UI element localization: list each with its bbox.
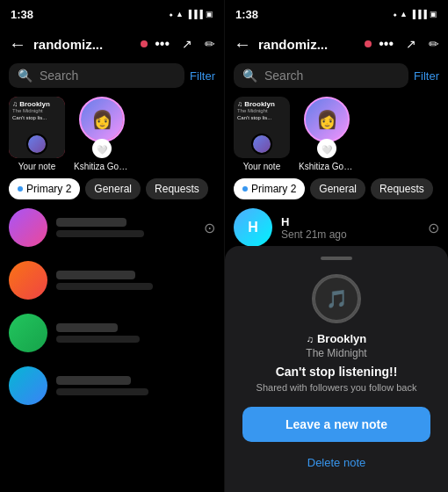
msg-name-1-left: [56, 218, 126, 227]
story-kshitiza-left[interactable]: 👩 🤍 Kshitiza Gosain: [74, 97, 130, 171]
music-icon-right: ♫ Brooklyn: [237, 100, 286, 108]
msg-content-4-left: [56, 376, 215, 395]
tab-primary-label-right: Primary 2: [251, 183, 296, 195]
note-avatar-right: [251, 134, 272, 155]
tabs-row-right: Primary 2 General Requests: [225, 178, 448, 199]
tab-general-left[interactable]: General: [85, 178, 141, 199]
note-card-left[interactable]: ♫ Brooklyn The Midnight Can't stop lis..…: [9, 97, 65, 158]
online-dot-right: [365, 40, 372, 47]
sheet-artist: The Midnight: [242, 347, 430, 359]
tab-primary-label-left: Primary 2: [26, 183, 71, 195]
camera-icon-h-right[interactable]: ⊙: [428, 220, 439, 236]
tab-requests-right[interactable]: Requests: [371, 178, 433, 199]
sheet-music-icon: ♫: [307, 334, 314, 344]
msg-name-4-left: [56, 376, 131, 385]
story-your-note-right[interactable]: ♫ Brooklyn The Midnight Can't stop lis..…: [234, 97, 290, 171]
right-panel: 1:38 ⬥ ▲ ▐▐▐ ▣ ← randomiz... ••• ↗ ✏ 🔍 S…: [224, 0, 448, 492]
msg-content-2-left: [56, 271, 215, 290]
msg-item-3-left[interactable]: [0, 307, 224, 359]
msg-preview-3-left: [56, 336, 140, 343]
chart-icon-right[interactable]: ↗: [406, 37, 416, 51]
story-label-kshitiza-left: Kshitiza Gosain: [74, 162, 130, 171]
artist-left: The Midnight: [12, 108, 61, 113]
bluetooth-icon: ⬥: [169, 10, 173, 18]
header-right: ← randomiz... ••• ↗ ✏: [225, 25, 448, 63]
note-caption-right: Can't stop lis...: [237, 115, 286, 120]
kshitiza-avatar-right: 👩: [304, 97, 350, 142]
kshitiza-img-right: 👩: [306, 98, 348, 141]
artist-right: The Midnight: [237, 108, 286, 113]
header-icons-right: ••• ↗ ✏: [379, 36, 439, 52]
filter-button-right[interactable]: Filter: [414, 69, 439, 83]
chart-icon-left[interactable]: ↗: [182, 37, 192, 51]
tab-dot-left: [18, 186, 23, 192]
search-text-left: Search: [40, 69, 176, 83]
title-right: randomiz...: [258, 37, 361, 52]
leave-note-button[interactable]: Leave a new note: [242, 407, 430, 442]
story-label-your-note-left: Your note: [18, 162, 55, 171]
sheet-note-text: Can't stop listening!!: [242, 365, 430, 379]
filter-button-left[interactable]: Filter: [190, 69, 215, 83]
search-row-left: 🔍 Search Filter: [0, 63, 224, 91]
delete-note-button[interactable]: Delete note: [242, 451, 430, 474]
wifi-icon-right: ▲: [400, 10, 408, 18]
msg-content-1-left: [56, 218, 195, 237]
msg-avatar-2-left: [9, 261, 47, 300]
sheet-handle: [321, 257, 352, 260]
story-label-kshitiza-right: Kshitiza Gosain: [299, 162, 355, 171]
bluetooth-icon-right: ⬥: [393, 10, 397, 18]
signal-icon: ▐▐▐: [186, 10, 203, 18]
more-options-right[interactable]: •••: [379, 36, 394, 52]
stories-row-left: ♫ Brooklyn The Midnight Can't stop lis..…: [0, 91, 224, 177]
kshitiza-heart-right: 🤍: [317, 139, 336, 158]
kshitiza-avatar-img-left: 👩: [81, 98, 123, 141]
edit-icon-right[interactable]: ✏: [429, 37, 439, 51]
search-bar-right[interactable]: 🔍 Search: [234, 63, 408, 88]
status-icons-left: ⬥ ▲ ▐▐▐ ▣: [169, 10, 213, 18]
sheet-avatar-inner: 🎵: [314, 276, 359, 322]
camera-icon-1-left[interactable]: ⊙: [204, 220, 215, 236]
story-kshitiza-right[interactable]: 👩 🤍 Kshitiza Gosain: [299, 97, 355, 171]
search-bar-left[interactable]: 🔍 Search: [9, 63, 184, 88]
search-text-right: Search: [264, 69, 400, 83]
msg-item-2-left[interactable]: [0, 254, 224, 307]
search-icon-right: 🔍: [242, 69, 257, 83]
msg-name-h-right: H: [281, 215, 419, 228]
msg-avatar-4-left: [9, 366, 47, 405]
tab-general-label-right: General: [319, 183, 357, 195]
story-your-note-left[interactable]: ♫ Brooklyn The Midnight Can't stop lis..…: [9, 97, 65, 171]
stories-row-right: ♫ Brooklyn The Midnight Can't stop lis..…: [225, 91, 448, 177]
msg-preview-2-left: [56, 283, 153, 290]
note-avatar-left: [26, 134, 47, 155]
header-icons-left: ••• ↗ ✏: [155, 36, 215, 52]
back-button-right[interactable]: ←: [234, 34, 251, 54]
tab-primary-left[interactable]: Primary 2: [9, 178, 80, 199]
note-card-right[interactable]: ♫ Brooklyn The Midnight Can't stop lis..…: [234, 97, 290, 158]
kshitiza-heart-left: 🤍: [92, 139, 112, 158]
back-button-left[interactable]: ←: [9, 34, 26, 54]
tabs-row-left: Primary 2 General Requests: [0, 178, 224, 199]
status-icons-right: ⬥ ▲ ▐▐▐ ▣: [393, 10, 437, 18]
sheet-avatar: 🎵: [312, 274, 361, 323]
heart-icon-left: 🤍: [97, 145, 107, 155]
kshitiza-avatar-left: 👩: [79, 97, 125, 142]
msg-name-2-left: [56, 271, 135, 279]
tab-requests-left[interactable]: Requests: [146, 178, 208, 199]
more-options-left[interactable]: •••: [155, 36, 170, 52]
tab-general-right[interactable]: General: [310, 178, 365, 199]
msg-item-1-left[interactable]: ⊙: [0, 201, 224, 254]
tab-dot-right: [242, 186, 248, 192]
edit-icon-left[interactable]: ✏: [205, 37, 215, 51]
tab-primary-right[interactable]: Primary 2: [234, 178, 305, 199]
sheet-song-title: Brooklyn: [317, 332, 366, 345]
header-left: ← randomiz... ••• ↗ ✏: [0, 25, 224, 63]
time-right: 1:38: [235, 8, 258, 21]
heart-icon-right: 🤍: [322, 145, 332, 155]
battery-icon: ▣: [206, 10, 213, 18]
search-row-right: 🔍 Search Filter: [225, 63, 448, 91]
msg-item-4-left[interactable]: [0, 359, 224, 412]
status-bar-left: 1:38 ⬥ ▲ ▐▐▐ ▣: [0, 0, 224, 25]
message-list-left: ⊙: [0, 201, 224, 492]
tab-requests-label-right: Requests: [379, 183, 424, 195]
msg-preview-h-right: Sent 21m ago: [281, 228, 419, 241]
